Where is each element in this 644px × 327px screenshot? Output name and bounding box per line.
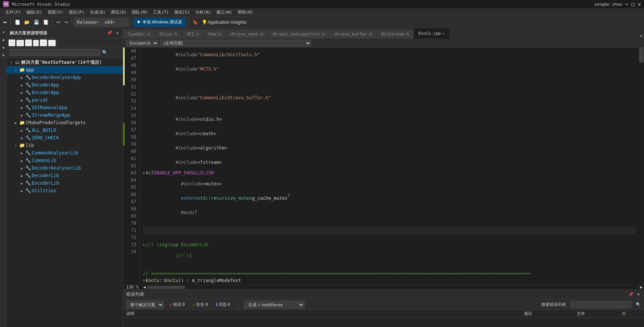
menu-file[interactable]: 文件(F) [3, 9, 23, 16]
menu-debug[interactable]: 调试(D) [108, 9, 129, 16]
menu-test[interactable]: 测试(S) [172, 9, 192, 16]
run-btn[interactable]: ▶ 本地 Windows 调试器 [133, 18, 186, 27]
fold-63[interactable]: ⊟ [143, 241, 145, 248]
tree-ZERO_CHECK[interactable]: ▶ 🔧 ZERO_CHECK [7, 134, 123, 142]
platform-dropdown[interactable]: x64 [102, 18, 128, 26]
DAA-expander[interactable]: ▶ [19, 76, 25, 80]
close-panel-btn[interactable]: ✕ [636, 292, 641, 297]
Util-expander[interactable]: ▶ [19, 189, 25, 193]
message-badge[interactable]: ℹ 消息 0 [213, 301, 233, 308]
menu-edit[interactable]: 编辑(E) [24, 9, 45, 16]
more-btn[interactable]: … [48, 40, 56, 46]
bookmark-btn[interactable]: 🔖 [191, 18, 199, 27]
nav-scope-select[interactable]: (全局范围) [160, 40, 311, 46]
h-scrollbar-track[interactable] [147, 286, 639, 289]
tree-DecoderApp[interactable]: ▶ 🔧 DecoderApp [7, 81, 123, 89]
nav-file-select[interactable]: EncoderLib [126, 40, 159, 46]
CAL-expander[interactable]: ▶ [19, 151, 25, 155]
tab-dtrace_buffer[interactable]: dtrace_buffer.h [330, 29, 377, 39]
code-editor[interactable]: 46 47 48 49 50 51 52 53 54 55 56 57 58 5… [123, 48, 644, 285]
warning-badge[interactable]: ⚠ 告告 0 [190, 301, 210, 308]
scrollbar-thumb[interactable] [639, 48, 644, 63]
tree-StreamMergeApp[interactable]: ▶ 🔧 StreamMergeApp [7, 111, 123, 119]
cmake-expander[interactable]: ▶ [13, 121, 19, 125]
menu-analyze[interactable]: 分析(N) [193, 9, 213, 16]
CL-expander[interactable]: ▶ [19, 159, 25, 163]
tree-CommonLib[interactable]: ▶ 🔧 CommonLib [7, 157, 123, 164]
DL-expander[interactable]: ▶ [19, 174, 25, 178]
menu-view[interactable]: 视图(V) [45, 9, 66, 16]
tab-SEI[interactable]: SEI.h [182, 29, 204, 39]
insights-btn[interactable]: 💡 Application Insights [200, 18, 248, 27]
config-dropdown[interactable]: Release [74, 18, 101, 26]
code-content[interactable]: #include "CommonLib/UnitTools.h" #includ… [140, 48, 639, 285]
fold-56[interactable]: ⊟ [143, 170, 145, 177]
build-filter-select[interactable]: 生成 + IntelliSense [244, 301, 304, 308]
save-btn[interactable]: 💾 [32, 18, 41, 27]
tab-TypeDef[interactable]: TypeDef.h [123, 29, 155, 39]
tree-Utilities[interactable]: ▶ 🔧 Utilities [7, 187, 123, 194]
error-badge[interactable]: ✕ 错误 0 [167, 301, 187, 308]
fold-67[interactable]: ⊟ [143, 277, 145, 284]
tab-EncCu[interactable]: EncCu.cpp ✕ [414, 28, 450, 39]
menu-project[interactable]: 项目(P) [66, 9, 87, 16]
collapse-all-btn[interactable]: ⊞ [8, 39, 15, 46]
tree-cmake[interactable]: ▶ 📁 CMakePredefinedTargets [7, 119, 123, 126]
tab-dtrace_codingstruct[interactable]: dtrace_codingstruct.h [268, 29, 330, 39]
tree-DecoderAnalyserApp[interactable]: ▶ 🔧 DecoderAnalyserApp [7, 74, 123, 81]
tree-folder-lib[interactable]: ▾ 📁 lib [7, 142, 123, 149]
tree-EncoderLib[interactable]: ▶ 🔧 EncoderLib [7, 179, 123, 187]
EA-expander[interactable]: ▶ [19, 91, 25, 95]
tab-BitStream[interactable]: BitStream.h [377, 29, 414, 39]
h-scrollbar[interactable]: 130 % ◀ ▶ [123, 285, 644, 289]
vtab-4[interactable]: ● [1, 52, 6, 59]
solution-expander[interactable]: ▾ [8, 60, 14, 65]
tab-Slice[interactable]: Slice.h [155, 29, 182, 39]
new-project-btn[interactable]: 📄 [13, 18, 22, 27]
settings-btn[interactable]: ⚙ [40, 39, 47, 46]
close-sidebar-btn[interactable]: ✕ [115, 30, 120, 36]
vtab-2[interactable]: ● [1, 37, 6, 44]
SEI-expander[interactable]: ▶ [19, 106, 25, 110]
tree-CommonAnalyserLib[interactable]: ▶ 🔧 CommonAnalyserLib [7, 149, 123, 157]
tab-dtrace_next[interactable]: dtrace_next.h [226, 29, 268, 39]
vtab-3[interactable]: ● [1, 45, 6, 51]
tab-close-EncCu[interactable]: ✕ [442, 31, 445, 35]
tree-SEIRemovalApp[interactable]: ▶ 🔧 SEIRemovalApp [7, 104, 123, 111]
menu-window[interactable]: 窗口(W) [214, 9, 235, 16]
redo-btn[interactable]: ↪ [63, 18, 69, 27]
vertical-scrollbar[interactable] [639, 48, 644, 285]
app-expander[interactable]: ▾ [13, 68, 19, 72]
solution-root[interactable]: ▾ 🗂 解决方案'NextSoftware'(14个项目) [7, 59, 123, 66]
show-all-btn[interactable]: 👁 [16, 40, 24, 46]
tree-DecoderAnalyserLib[interactable]: ▶ 🔧 DecoderAnalyserLib [7, 164, 123, 172]
open-btn[interactable]: 📂 [23, 18, 31, 27]
parcat-expander[interactable]: ▶ [19, 98, 25, 102]
tree-ALL_BUILD[interactable]: ▶ 🔧 ALL_BUILD [7, 126, 123, 134]
menu-team[interactable]: 团队(M) [130, 9, 150, 16]
DAL-expander[interactable]: ▶ [19, 166, 25, 170]
pin-panel-btn[interactable]: 📌 [627, 292, 634, 297]
error-scope-select[interactable]: 整个解决方案 [126, 301, 164, 308]
EL-expander[interactable]: ▶ [19, 181, 25, 185]
ZC-expander[interactable]: ▶ [19, 136, 25, 140]
DA-expander[interactable]: ▶ [19, 83, 25, 87]
tree-folder-app[interactable]: ▾ 📁 app [7, 66, 123, 74]
tree-DecoderLib[interactable]: ▶ 🔧 DecoderLib [7, 172, 123, 179]
refresh-btn[interactable]: ↻ [25, 39, 32, 46]
AB-expander[interactable]: ▶ [19, 128, 25, 133]
filter-btn[interactable]: ≡ [33, 40, 39, 46]
tab-Rom[interactable]: Rom.h [204, 29, 226, 39]
menu-build[interactable]: 生成(B) [88, 9, 108, 16]
back-btn[interactable]: ⬅ [2, 18, 8, 27]
vtab-1[interactable]: ▲ [1, 29, 6, 36]
undo-btn[interactable]: ↩ [55, 18, 62, 27]
tree-parcat[interactable]: ▶ 🔧 parcat [7, 96, 123, 104]
lib-expander[interactable]: ▾ [13, 143, 19, 148]
pin-sidebar-btn[interactable]: 📌 [106, 30, 113, 36]
error-search-input[interactable] [571, 301, 631, 308]
sidebar-search-input[interactable] [10, 49, 100, 56]
tab-dropdown-btn[interactable]: ▾ [638, 33, 644, 39]
menu-help[interactable]: 帮助(H) [235, 9, 256, 16]
h-scrollbar-thumb[interactable] [147, 286, 185, 289]
